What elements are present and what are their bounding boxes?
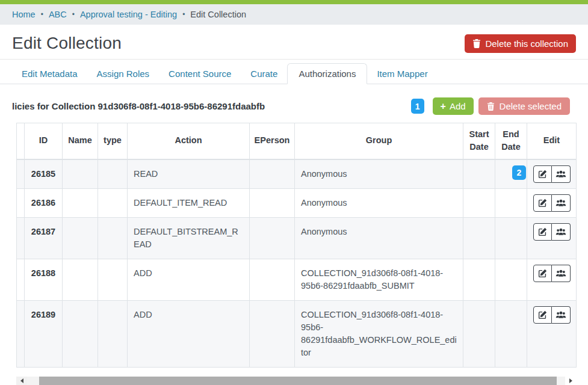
cell-group: Anonymous xyxy=(295,188,463,217)
cell-name xyxy=(63,159,98,189)
edit-policy-button[interactable] xyxy=(533,165,552,183)
edit-policy-button[interactable] xyxy=(533,194,552,212)
breadcrumb-separator: • xyxy=(72,10,75,19)
plus-icon: + xyxy=(441,102,446,111)
tab-item-mapper[interactable]: Item Mapper xyxy=(367,63,437,84)
cell-end-date xyxy=(495,300,527,367)
table-row: 26186 DEFAULT_ITEM_READ Anonymous xyxy=(17,188,577,217)
cell-action: DEFAULT_ITEM_READ xyxy=(128,188,250,217)
cell-action: ADD xyxy=(128,300,250,367)
add-policy-button[interactable]: + Add xyxy=(433,97,474,115)
tab-content-source[interactable]: Content Source xyxy=(159,63,241,84)
breadcrumb-separator: • xyxy=(41,10,43,19)
tab-authorizations[interactable]: Authorizations xyxy=(287,63,367,84)
table-row: 26188 ADD COLLECTION_91d306f8-08f1-4018-… xyxy=(17,259,577,300)
table-row: 26185 READ Anonymous xyxy=(17,159,577,189)
policies-table: ID Name type Action EPerson Group Start … xyxy=(16,123,577,368)
cell-select xyxy=(17,259,25,300)
edit-group-button[interactable] xyxy=(552,265,571,282)
col-name: Name xyxy=(63,123,98,159)
annotation-badge-2: 2 xyxy=(512,165,526,180)
edit-policy-button[interactable] xyxy=(533,306,552,324)
table-row: 26187 DEFAULT_BITSTREAM_READ Anonymous xyxy=(17,217,577,259)
cell-group: COLLECTION_91d306f8-08f1-4018-95b6-86291… xyxy=(295,300,463,367)
cell-group: COLLECTION_91d306f8-08f1-4018-95b6-86291… xyxy=(295,259,463,300)
cell-eperson xyxy=(250,300,295,367)
edit-policy-button[interactable] xyxy=(533,265,552,282)
cell-edit xyxy=(527,159,577,189)
cell-name xyxy=(63,217,98,259)
trash-icon xyxy=(472,39,481,48)
cell-type xyxy=(98,259,128,300)
col-group: Group xyxy=(295,123,463,159)
cell-group: Anonymous xyxy=(295,159,463,189)
delete-collection-label: Delete this collection xyxy=(485,38,568,49)
cell-eperson xyxy=(250,159,295,189)
trash-icon xyxy=(487,102,495,111)
annotation-badge-1: 1 xyxy=(411,99,424,114)
scrollbar-thumb[interactable] xyxy=(39,377,557,385)
cell-select xyxy=(17,159,25,189)
cell-edit xyxy=(527,300,577,367)
delete-collection-button[interactable]: Delete this collection xyxy=(465,34,576,53)
cell-edit xyxy=(527,188,577,217)
cell-start-date xyxy=(463,188,495,217)
cell-start-date xyxy=(463,159,495,189)
breadcrumb-approval-testing[interactable]: Approval testing - Editing xyxy=(80,10,177,19)
cell-id: 26189 xyxy=(25,300,63,367)
cell-edit xyxy=(527,259,577,300)
cell-name xyxy=(63,188,98,217)
cell-id: 26188 xyxy=(25,259,63,300)
cell-start-date xyxy=(463,300,495,367)
cell-select xyxy=(17,188,25,217)
cell-end-date xyxy=(495,259,527,300)
add-label: Add xyxy=(450,101,466,111)
tab-edit-metadata[interactable]: Edit Metadata xyxy=(12,63,87,84)
cell-type xyxy=(98,188,128,217)
table-row: 26189 ADD COLLECTION_91d306f8-08f1-4018-… xyxy=(17,300,577,367)
top-accent-bar xyxy=(0,0,588,4)
col-action: Action xyxy=(128,123,250,159)
breadcrumb-current: Edit Collection xyxy=(190,10,246,19)
page-title: Edit Collection xyxy=(12,34,122,53)
cell-edit xyxy=(527,217,577,259)
cell-eperson xyxy=(250,259,295,300)
cell-action: READ xyxy=(128,159,250,189)
cell-name xyxy=(63,259,98,300)
tab-assign-roles[interactable]: Assign Roles xyxy=(87,63,159,84)
edit-policy-button[interactable] xyxy=(533,223,552,241)
scroll-right-arrow-icon[interactable] xyxy=(565,377,576,385)
edit-group-button[interactable] xyxy=(552,306,571,324)
cell-name xyxy=(63,300,98,367)
horizontal-scrollbar[interactable] xyxy=(16,377,576,385)
edit-group-button[interactable] xyxy=(552,223,571,241)
cell-select xyxy=(17,300,25,367)
table-header-row: ID Name type Action EPerson Group Start … xyxy=(17,123,577,159)
delete-selected-button[interactable]: Delete selected xyxy=(478,97,570,115)
cell-start-date xyxy=(463,217,495,259)
breadcrumb-home[interactable]: Home xyxy=(12,10,36,19)
breadcrumb-separator: • xyxy=(182,10,185,19)
tab-curate[interactable]: Curate xyxy=(241,63,287,84)
policies-heading: licies for Collection 91d306f8-08f1-4018… xyxy=(12,101,265,111)
cell-end-date xyxy=(495,188,527,217)
col-eperson: EPerson xyxy=(250,123,295,159)
col-id: ID xyxy=(25,123,63,159)
col-start-date: Start Date xyxy=(463,123,495,159)
edit-group-button[interactable] xyxy=(552,165,571,183)
col-type: type xyxy=(98,123,128,159)
cell-eperson xyxy=(250,217,295,259)
col-select xyxy=(17,123,25,159)
breadcrumb-abc[interactable]: ABC xyxy=(49,10,67,19)
breadcrumb: Home • ABC • Approval testing - Editing … xyxy=(0,4,588,25)
cell-id: 26187 xyxy=(25,217,63,259)
cell-id: 26186 xyxy=(25,188,63,217)
tab-bar: Edit Metadata Assign Roles Content Sourc… xyxy=(0,60,588,84)
cell-type xyxy=(98,159,128,189)
col-end-date: End Date xyxy=(495,123,527,159)
scroll-left-arrow-icon[interactable] xyxy=(16,377,27,385)
cell-action: DEFAULT_BITSTREAM_READ xyxy=(128,217,250,259)
cell-group: Anonymous xyxy=(295,217,463,259)
edit-group-button[interactable] xyxy=(552,194,571,212)
col-edit: Edit xyxy=(527,123,577,159)
